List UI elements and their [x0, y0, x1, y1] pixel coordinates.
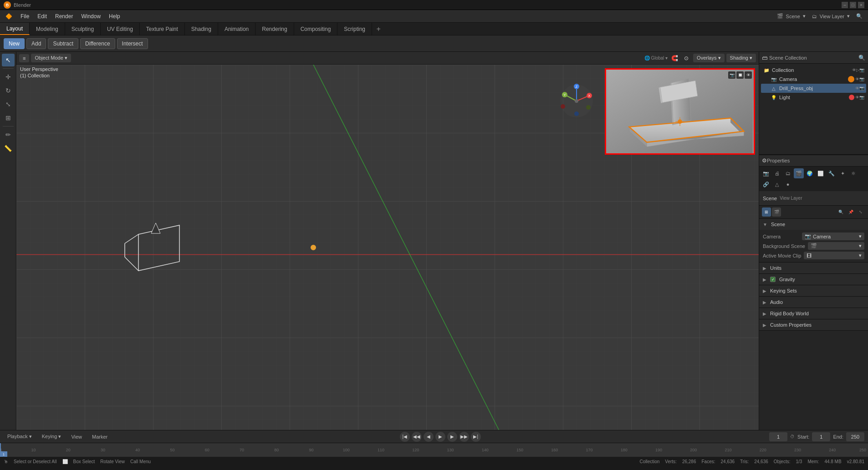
output-props-btn[interactable]: 🖨	[772, 168, 782, 178]
navigation-gizmo[interactable]: Z X Y	[558, 83, 595, 119]
gravity-section-header[interactable]: ▶ ✓ Gravity	[759, 274, 868, 285]
tab-modeling[interactable]: Modeling	[30, 23, 65, 35]
add-button[interactable]: Add	[26, 38, 46, 49]
active-movie-clip-dropdown[interactable]: 🎞 ▾	[804, 252, 864, 259]
viewport-area[interactable]: ≡ Object Mode ▾ 🌐 Global ▾ 🧲 ⊙ Overlays …	[16, 52, 759, 430]
scene-section-header[interactable]: ▼ Scene	[759, 219, 868, 230]
intersect-button[interactable]: Intersect	[117, 38, 148, 49]
menu-edit[interactable]: Edit	[34, 12, 51, 21]
end-frame-field[interactable]: 250	[846, 432, 864, 441]
scene-btn-2[interactable]: 🎬	[772, 207, 781, 217]
tab-shading[interactable]: Shading	[185, 23, 218, 35]
current-frame-field[interactable]: 1	[769, 432, 787, 441]
menu-window[interactable]: Window	[77, 12, 104, 21]
view-layer-props-btn[interactable]: 🗂	[783, 168, 793, 178]
proportional-edit-icon[interactable]: ⊙	[681, 53, 691, 63]
rotate-tool[interactable]: ↻	[2, 84, 15, 97]
overlays-button[interactable]: Overlays ▾	[693, 54, 724, 62]
tab-sculpting[interactable]: Sculpting	[65, 23, 101, 35]
tab-compositing[interactable]: Compositing	[294, 23, 338, 35]
custom-props-header[interactable]: ▶ Custom Properties	[759, 319, 868, 330]
tab-rendering[interactable]: Rendering	[255, 23, 294, 35]
scene-filter[interactable]: 🔍	[836, 207, 845, 217]
viewport-canvas[interactable]: User Perspective (1) Collection	[16, 65, 759, 430]
viewport-menu-icon[interactable]: ≡	[19, 54, 29, 62]
tree-item-collection[interactable]: 📁 Collection 👁 ▷ 📷	[761, 66, 866, 75]
menu-help[interactable]: Help	[105, 12, 124, 21]
add-workspace-button[interactable]: +	[372, 23, 385, 35]
difference-button[interactable]: Difference	[80, 38, 115, 49]
camera-preview-controls[interactable]: 📷 🔲 👁	[728, 71, 752, 79]
keying-button[interactable]: Keying ▾	[38, 433, 65, 440]
render-icon[interactable]: 📷	[859, 68, 864, 72]
tree-item-drillpress[interactable]: △ Drill_Press_obj 👁 📷	[761, 84, 866, 93]
cam-vis-icon[interactable]: 👁	[855, 77, 859, 81]
view-button[interactable]: View	[67, 433, 86, 440]
particles-props-btn[interactable]: ✦	[837, 168, 848, 178]
annotate-tool[interactable]: ✏	[2, 128, 15, 141]
modifier-props-btn[interactable]: 🔧	[827, 168, 837, 178]
snap-icon[interactable]: 🧲	[669, 53, 679, 63]
outliner-filter-icon[interactable]: 🔍	[858, 55, 865, 61]
tab-uv-editing[interactable]: UV Editing	[101, 23, 140, 35]
tree-item-light[interactable]: 💡 Light 👁 📷	[761, 93, 866, 102]
dp-vis-icon[interactable]: 👁	[855, 86, 859, 91]
search-icon[interactable]: 🔍	[856, 13, 863, 19]
data-props-btn[interactable]: △	[772, 179, 782, 189]
timeline-scrubber[interactable]: 1 10 20 30 40 50 60 70 80 90 100 110 120…	[0, 443, 868, 457]
step-forward-button[interactable]: ▶	[447, 432, 457, 442]
scene-btn-1[interactable]: ⊞	[762, 207, 771, 217]
world-props-btn[interactable]: 🌍	[805, 168, 815, 178]
tab-animation[interactable]: Animation	[218, 23, 255, 35]
playback-button[interactable]: Playback ▾	[4, 433, 36, 440]
viewport-transform-dropdown[interactable]: 🌐 Global ▾	[644, 56, 668, 61]
measure-tool[interactable]: 📏	[2, 142, 15, 155]
close-button[interactable]: ×	[858, 2, 864, 8]
camera-dropdown[interactable]: 📷 Camera ▾	[802, 232, 864, 240]
shading-button[interactable]: Shading ▾	[726, 54, 756, 62]
render-props-btn[interactable]: 📷	[761, 168, 771, 178]
scene-props-btn[interactable]: 🎬	[794, 168, 804, 178]
mode-button[interactable]: New	[4, 38, 25, 49]
scene-selector[interactable]: ▾	[803, 13, 806, 19]
dp-render-icon[interactable]: 📷	[859, 86, 864, 91]
camera-render-icon[interactable]: 🔲	[736, 71, 744, 79]
tree-item-camera[interactable]: 📷 Camera 👁 📷	[761, 75, 866, 84]
menu-file[interactable]: File	[17, 12, 33, 21]
marker-button[interactable]: Marker	[88, 433, 111, 440]
jump-end-button[interactable]: ▶|	[471, 432, 481, 442]
menu-blender[interactable]: 🔶	[2, 12, 16, 21]
next-keyframe-button[interactable]: ▶▶	[459, 432, 469, 442]
play-button[interactable]: ▶	[435, 432, 445, 442]
tab-scripting[interactable]: Scripting	[337, 23, 372, 35]
light-render-icon[interactable]: 📷	[859, 95, 864, 100]
units-section-header[interactable]: ▶ Units	[759, 263, 868, 273]
cam-render-icon[interactable]: 📷	[859, 77, 864, 81]
prev-keyframe-button[interactable]: ◀◀	[412, 432, 422, 442]
jump-start-button[interactable]: |◀	[400, 432, 410, 442]
keying-sets-header[interactable]: ▶ Keying Sets	[759, 285, 868, 296]
physics-props-btn[interactable]: ⚛	[848, 168, 858, 178]
visibility-icon[interactable]: 👁	[852, 68, 856, 72]
camera-preview-icon[interactable]: 📷	[728, 71, 735, 79]
object-props-btn[interactable]: ⬜	[816, 168, 826, 178]
view-layer-selector[interactable]: ▾	[847, 13, 850, 19]
transform-tool[interactable]: ⊞	[2, 111, 15, 124]
scene-pin[interactable]: 📌	[846, 207, 855, 217]
maximize-button[interactable]: □	[850, 2, 856, 8]
light-vis-icon[interactable]: 👁	[855, 95, 859, 100]
start-frame-field[interactable]: 1	[812, 432, 830, 441]
background-scene-dropdown[interactable]: 🎬 ▾	[808, 242, 864, 250]
hide-viewport-icon[interactable]: ▷	[856, 68, 859, 72]
minimize-button[interactable]: –	[842, 2, 848, 8]
move-tool[interactable]: ✛	[2, 71, 15, 83]
rigid-body-section-header[interactable]: ▶ Rigid Body World	[759, 308, 868, 319]
scene-expand[interactable]: ⤡	[856, 207, 865, 217]
tab-texture-paint[interactable]: Texture Paint	[140, 23, 185, 35]
subtract-button[interactable]: Subtract	[48, 38, 78, 49]
camera-view-icon[interactable]: 👁	[745, 71, 752, 79]
menu-render[interactable]: Render	[51, 12, 77, 21]
cursor-tool[interactable]: ↖	[2, 54, 15, 66]
audio-section-header[interactable]: ▶ Audio	[759, 297, 868, 308]
object-mode-dropdown[interactable]: Object Mode ▾	[31, 54, 71, 62]
